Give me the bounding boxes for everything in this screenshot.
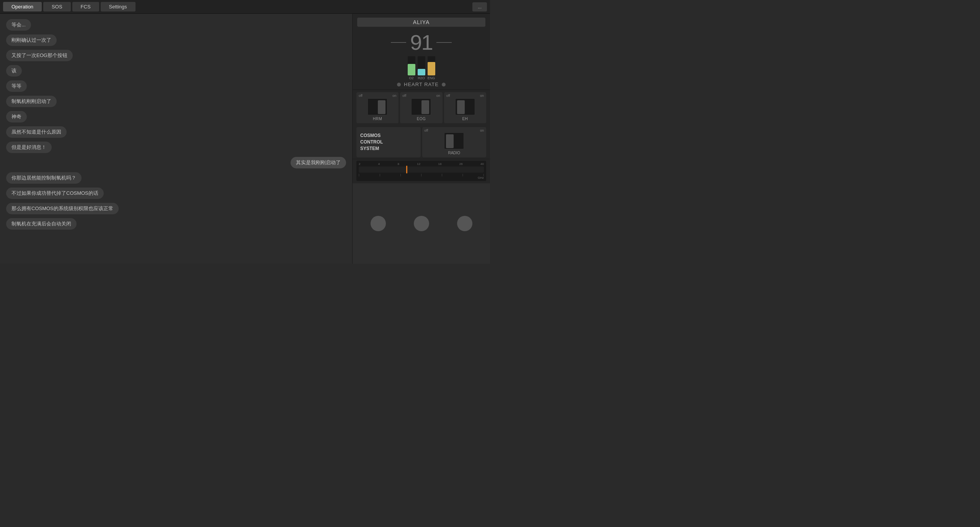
bottom-section	[353, 183, 490, 264]
freq-bar[interactable]: 24812182640 ||||||| GHz	[356, 161, 486, 181]
heart-rate-label: HEART RATE	[404, 82, 439, 87]
toggle-onoff-hrm: offon	[359, 94, 396, 98]
toggle-onoff-eog: offon	[402, 94, 440, 98]
freq-num-26: 26	[459, 162, 463, 166]
circle-button-3[interactable]	[457, 216, 472, 231]
toggle-label-eh: EH	[462, 117, 468, 121]
toggle-switch-hrm[interactable]	[368, 98, 387, 115]
radio-on-label: on	[480, 129, 484, 132]
message-7: 神奇	[6, 111, 27, 122]
bar-label-o2: O2	[409, 76, 413, 80]
tab-sos[interactable]: SOS	[43, 2, 70, 11]
freq-num-8: 8	[398, 162, 399, 166]
tab-settings[interactable]: Settings	[101, 2, 136, 11]
freq-num-4: 4	[378, 162, 380, 166]
bar-container-o2	[408, 56, 415, 75]
bar-eng: ENG	[428, 56, 435, 80]
toggle-off-eog: off	[402, 94, 406, 98]
hr-dot-left	[397, 83, 401, 86]
radio-slider	[446, 134, 454, 148]
radio-box: off on RADIO	[422, 127, 487, 157]
nav-right-button[interactable]: ...	[472, 2, 487, 11]
circle-button-1[interactable]	[371, 216, 386, 231]
freq-tick-26: |	[462, 173, 463, 176]
freq-marker[interactable]	[406, 166, 407, 173]
hr-line-left	[391, 42, 406, 43]
bar-container-h2o	[418, 56, 425, 75]
message-11: 你那边居然能控制制氧机吗？	[6, 172, 82, 184]
tab-fcs[interactable]: FCS	[72, 2, 99, 11]
freq-num-40: 40	[480, 162, 484, 166]
bar-fill-o2	[408, 64, 415, 75]
freq-ghz: GHz	[359, 176, 484, 179]
radio-off-label: off	[425, 129, 428, 132]
bar-fill-h2o	[418, 69, 425, 76]
message-3: 又按了一次EOG那个按钮	[6, 50, 73, 61]
message-9: 但是是好消息！	[6, 142, 52, 153]
message-14: 制氧机在充满后会自动关闭	[6, 218, 77, 230]
right-panel: ALIYA 91 O2H2OENG HEART RATE offonHRMoff…	[352, 14, 490, 264]
tab-operation[interactable]: Operation	[3, 2, 42, 11]
toggle-group-hrm: offonHRM	[356, 92, 399, 123]
cosmos-title-1: COSMOS	[360, 132, 417, 139]
cosmos-radio-row: COSMOS CONTROL SYSTEM off on RADIO	[353, 126, 490, 159]
radio-switch[interactable]	[444, 132, 464, 149]
freq-tick-2: |	[359, 173, 359, 176]
hr-dot-right	[442, 83, 446, 86]
toggle-on-eh: on	[480, 94, 484, 98]
heart-rate-display: 91	[357, 30, 485, 55]
freq-tick-4: |	[379, 173, 380, 176]
bars-row: O2H2OENG	[357, 57, 485, 80]
bar-o2: O2	[408, 56, 415, 80]
message-13: 那么拥有COSMOS的系统级别权限也应该正常	[6, 203, 119, 214]
bar-label-h2o: H2O	[418, 76, 425, 80]
message-6: 制氧机刚刚启动了	[6, 96, 57, 107]
message-1: 等会...	[6, 19, 31, 31]
freq-section: 24812182640 ||||||| GHz	[353, 159, 490, 183]
message-12: 不过如果你成功替代掉了COSMOS的话	[6, 188, 104, 199]
cosmos-box: COSMOS CONTROL SYSTEM	[356, 127, 421, 157]
heart-rate-value: 91	[410, 30, 432, 55]
hr-label-row: HEART RATE	[357, 82, 485, 87]
top-nav: Operation SOS FCS Settings ...	[0, 0, 490, 14]
toggles-section: offonHRMoffonEOGoffonEH	[353, 90, 490, 126]
message-5: 等等	[6, 80, 27, 92]
toggle-on-eog: on	[436, 94, 440, 98]
message-4: 该	[6, 65, 22, 77]
chat-panel: 等会...刚刚确认过一次了又按了一次EOG那个按钮该等等制氧机刚刚启动了神奇虽然…	[0, 14, 352, 264]
toggle-onoff-eh: offon	[446, 94, 484, 98]
message-2: 刚刚确认过一次了	[6, 34, 57, 46]
bar-label-eng: ENG	[428, 76, 435, 80]
toggle-label-hrm: HRM	[373, 117, 382, 121]
bar-container-eng	[428, 56, 435, 75]
freq-num-12: 12	[417, 162, 420, 166]
toggle-group-eog: offonEOG	[400, 92, 442, 123]
toggle-on-hrm: on	[392, 94, 396, 98]
bar-fill-eng	[428, 62, 435, 75]
toggle-off-hrm: off	[359, 94, 363, 98]
bar-h2o: H2O	[418, 56, 425, 80]
radio-label: RADIO	[448, 151, 460, 155]
message-8: 虽然不知道是什么原因	[6, 126, 67, 138]
cosmos-title-3: SYSTEM	[360, 145, 417, 152]
circle-button-2[interactable]	[414, 216, 429, 231]
freq-tick-12: |	[421, 173, 422, 176]
toggle-group-eh: offonEH	[444, 92, 486, 123]
freq-numbers: 24812182640	[359, 162, 484, 166]
toggle-off-eh: off	[446, 94, 450, 98]
toggle-switch-eh[interactable]	[455, 98, 475, 115]
freq-track[interactable]	[359, 166, 484, 173]
toggle-switch-eog[interactable]	[411, 98, 431, 115]
cosmos-title-2: CONTROL	[360, 139, 417, 145]
freq-tick-40: |	[483, 173, 484, 176]
toggle-label-eog: EOG	[417, 117, 426, 121]
toggle-slider-eog	[421, 100, 429, 114]
main-layout: 等会...刚刚确认过一次了又按了一次EOG那个按钮该等等制氧机刚刚启动了神奇虽然…	[0, 14, 490, 264]
radio-onoff-row: off on	[425, 129, 484, 132]
freq-tick-18: |	[442, 173, 443, 176]
freq-num-2: 2	[359, 162, 360, 166]
freq-tick-8: |	[400, 173, 401, 176]
freq-num-18: 18	[438, 162, 442, 166]
toggle-slider-eh	[457, 100, 465, 114]
message-10: 其实是我刚刚启动了	[291, 157, 346, 168]
